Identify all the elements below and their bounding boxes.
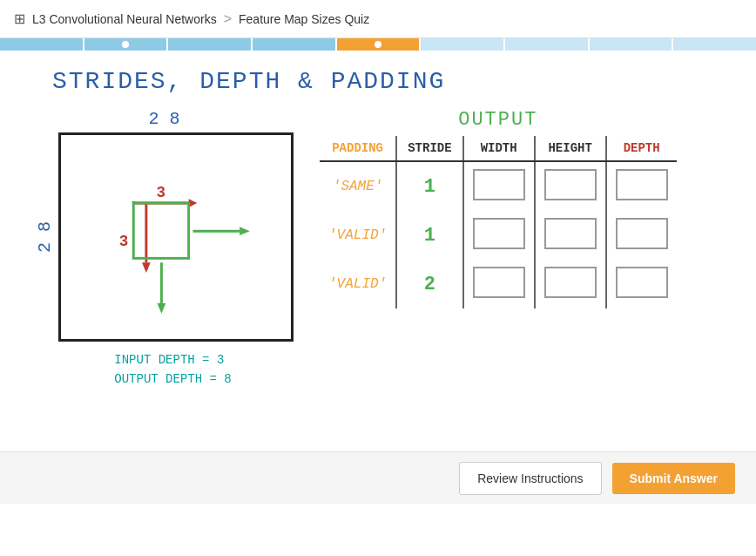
output-title: OUTPUT: [320, 109, 677, 131]
footer: Review Instructions Submit Answer: [0, 451, 756, 504]
svg-marker-9: [240, 227, 250, 235]
breadcrumb-quiz: Feature Map Sizes Quiz: [239, 12, 369, 26]
info-line2: OUTPUT DEPTH = 8: [114, 370, 231, 389]
row1-depth-input[interactable]: [616, 169, 668, 200]
th-width: WIDTH: [463, 136, 535, 161]
row2-height-cell: [535, 211, 606, 260]
progress-segment-8: [590, 38, 674, 51]
row3-stride: 2: [396, 260, 462, 309]
progress-segment-5: [337, 38, 422, 51]
row1-width-cell: [463, 161, 535, 211]
svg-marker-5: [142, 262, 151, 273]
sketch-svg: 3 3: [61, 135, 291, 339]
row1-depth-cell: [606, 161, 677, 211]
progress-segment-7: [505, 38, 590, 51]
svg-rect-7: [133, 203, 188, 258]
th-depth: DEPTH: [606, 136, 677, 161]
progress-segment-1: [0, 38, 84, 51]
row1-height-input[interactable]: [544, 169, 597, 200]
row1-stride: 1: [396, 161, 462, 211]
row1-padding: 'SAME': [320, 161, 396, 211]
row2-width-cell: [463, 211, 535, 260]
progress-dot-5: [375, 41, 381, 48]
progress-segment-3: [168, 38, 253, 51]
dimension-top-label: 2 8: [148, 109, 179, 129]
row3-depth-input[interactable]: [616, 267, 668, 298]
row3-padding: 'VALID': [320, 260, 396, 309]
row3-height-cell: [535, 260, 606, 309]
quiz-body: 2 8 2 8 3: [35, 109, 677, 390]
svg-marker-11: [158, 303, 166, 314]
review-instructions-button[interactable]: Review Instructions: [459, 462, 601, 495]
svg-text:3: 3: [157, 184, 166, 201]
th-height: HEIGHT: [535, 136, 606, 161]
row2-depth-cell: [606, 211, 677, 260]
progress-segment-4: [253, 38, 337, 51]
progress-segment-2: [84, 38, 169, 51]
row2-height-input[interactable]: [544, 218, 597, 249]
menu-icon: ⊞: [14, 10, 25, 27]
table-row: 'VALID' 1: [320, 211, 677, 260]
submit-answer-button[interactable]: Submit Answer: [612, 463, 735, 494]
row1-width-input[interactable]: [473, 169, 525, 200]
breadcrumb-separator: >: [224, 11, 232, 27]
main-content: STRIDES, DEPTH & PADDING 2 8 2 8: [0, 51, 756, 504]
row1-height-cell: [535, 161, 606, 211]
header: ⊞ L3 Convolutional Neural Networks > Fea…: [0, 0, 756, 38]
table-row: 'VALID' 2: [320, 260, 677, 309]
breadcrumb-course: L3 Convolutional Neural Networks: [32, 12, 217, 26]
progress-segment-6: [421, 38, 505, 51]
table-row: 'SAME' 1: [320, 161, 677, 211]
row2-stride: 1: [396, 211, 462, 260]
th-padding: PADDING: [320, 136, 396, 161]
dimension-left-label: 2 8: [35, 132, 55, 342]
quiz-table: PADDING STRIDE WIDTH HEIGHT DEPTH 'SAME'…: [320, 136, 677, 309]
row3-width-cell: [463, 260, 535, 309]
image-section: 2 8 2 8 3: [35, 109, 294, 390]
th-stride: STRIDE: [396, 136, 462, 161]
canvas-wrapper: 2 8 3: [35, 132, 294, 342]
progress-segment-9: [673, 38, 756, 51]
row3-width-input[interactable]: [473, 267, 525, 298]
progress-bar: [0, 38, 756, 51]
row3-depth-cell: [606, 260, 677, 309]
info-line1: INPUT DEPTH = 3: [114, 350, 231, 370]
progress-dot-2: [122, 41, 129, 48]
row3-height-input[interactable]: [544, 267, 597, 298]
row2-depth-input[interactable]: [616, 218, 668, 249]
quiz-title: STRIDES, DEPTH & PADDING: [52, 68, 445, 95]
svg-text:3: 3: [119, 233, 129, 250]
drawing-canvas: 3 3: [58, 132, 294, 342]
row2-width-input[interactable]: [473, 218, 525, 249]
info-labels: INPUT DEPTH = 3 OUTPUT DEPTH = 8: [114, 350, 231, 390]
quiz-visual: STRIDES, DEPTH & PADDING 2 8 2 8: [35, 68, 721, 390]
table-section: OUTPUT PADDING STRIDE WIDTH HEIGHT DEPTH: [320, 109, 677, 309]
row2-padding: 'VALID': [320, 211, 396, 260]
